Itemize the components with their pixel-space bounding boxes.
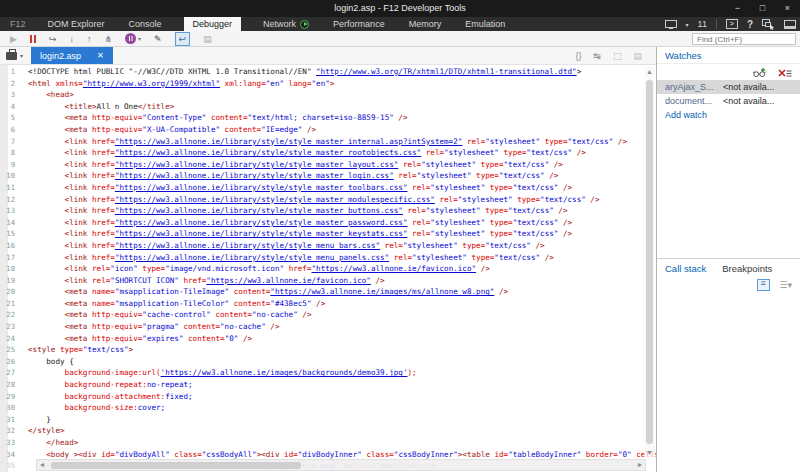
break-button[interactable]: [30, 35, 36, 43]
line-number[interactable]: 30: [0, 402, 28, 414]
tab-performance[interactable]: Performance: [331, 17, 387, 31]
window-minimize-button[interactable]: −: [725, 0, 750, 17]
debug-just-my-code-button[interactable]: ▤: [203, 32, 212, 46]
line-number[interactable]: 5: [0, 112, 28, 124]
add-watch-icon[interactable]: [753, 67, 768, 78]
line-number[interactable]: 35: [0, 460, 28, 472]
scroll-down-icon[interactable]: ▼: [644, 449, 655, 456]
line-number[interactable]: 15: [0, 228, 28, 240]
tab-emulation[interactable]: Emulation: [463, 17, 507, 31]
tab-label: DOM Explorer: [48, 17, 105, 31]
code-line: 20 <meta name="msapplication-TileImage" …: [0, 286, 656, 298]
line-number[interactable]: 7: [0, 136, 28, 148]
line-number[interactable]: 4: [0, 101, 28, 113]
close-file-icon[interactable]: ✕: [97, 47, 104, 65]
code-line: 28 background-repeat:no-repeat;: [0, 379, 656, 391]
source-options-icon[interactable]: ▤: [633, 51, 642, 61]
continue-button[interactable]: ▶: [10, 32, 17, 46]
line-number[interactable]: 25: [0, 344, 28, 356]
tab-dom-explorer[interactable]: DOM Explorer: [46, 17, 107, 31]
line-number[interactable]: 17: [0, 252, 28, 264]
find-input[interactable]: [692, 33, 796, 45]
line-number[interactable]: 9: [0, 159, 28, 171]
word-wrap-icon[interactable]: ↹: [593, 51, 601, 61]
code-line: 9 <link href="https://ww3.allnone.ie/lib…: [0, 159, 656, 171]
line-number[interactable]: 3: [0, 89, 28, 101]
code-editor[interactable]: 1<!DOCTYPE html PUBLIC "-//W3C//DTD XHTM…: [0, 65, 656, 472]
line-number[interactable]: 29: [0, 391, 28, 403]
break-on-new-worker-button[interactable]: ⋔: [104, 32, 112, 46]
code-line: 23 <meta http-equiv="pragma" content="no…: [0, 321, 656, 333]
line-number[interactable]: 16: [0, 240, 28, 252]
line-number[interactable]: 21: [0, 298, 28, 310]
scroll-up-icon[interactable]: ▲: [644, 68, 655, 75]
briefcase-icon: [6, 52, 17, 60]
code-line: 11 <link href="https://ww3.allnone.ie/li…: [0, 182, 656, 194]
debug-target-icon[interactable]: [665, 20, 677, 28]
line-number[interactable]: 19: [0, 275, 28, 287]
editor-option-icons: {}↹⬚▤: [575, 47, 642, 65]
line-number[interactable]: 33: [0, 437, 28, 449]
line-number[interactable]: 32: [0, 425, 28, 437]
line-number[interactable]: 24: [0, 333, 28, 345]
pretty-print-icon[interactable]: {}: [575, 51, 581, 61]
add-watch-link[interactable]: Add watch: [657, 108, 800, 122]
line-number[interactable]: 1: [0, 66, 28, 78]
step-out-button[interactable]: ↑: [87, 32, 92, 46]
line-number[interactable]: 23: [0, 321, 28, 333]
show-sources-icon[interactable]: ⬚: [613, 51, 622, 61]
source-code: 1<!DOCTYPE html PUBLIC "-//W3C//DTD XHTM…: [0, 66, 656, 472]
line-number[interactable]: 31: [0, 414, 28, 426]
line-number[interactable]: 14: [0, 217, 28, 229]
scroll-right-icon[interactable]: ▸: [638, 460, 642, 470]
code-line: 13 <link href="https://ww3.allnone.ie/li…: [0, 205, 656, 217]
help-button[interactable]: ?: [747, 19, 753, 30]
watch-row[interactable]: document...<not availa...: [657, 94, 800, 108]
f12-developer-tools-window: { "window": { "title": "login2.asp - F12…: [0, 0, 800, 472]
line-number[interactable]: 22: [0, 309, 28, 321]
step-over-button[interactable]: ↪: [49, 32, 57, 46]
clear-watches-icon[interactable]: [778, 67, 792, 78]
line-number[interactable]: 18: [0, 263, 28, 275]
line-number[interactable]: 11: [0, 182, 28, 194]
line-number[interactable]: 20: [0, 286, 28, 298]
code-line: 29 background-attachment:fixed;: [0, 391, 656, 403]
tab-network[interactable]: Network: [261, 17, 311, 31]
tab-memory[interactable]: Memory: [407, 17, 444, 31]
window-controls: −□×: [725, 0, 800, 17]
line-number[interactable]: 6: [0, 124, 28, 136]
open-console-icon[interactable]: >: [726, 19, 738, 29]
tab-call-stack[interactable]: Call stack: [665, 263, 706, 274]
f12-menu-button[interactable]: F12: [10, 17, 26, 31]
show-library-frames-icon[interactable]: [757, 279, 770, 291]
tab-breakpoints[interactable]: Breakpoints: [722, 263, 772, 274]
line-number[interactable]: 8: [0, 147, 28, 159]
line-number[interactable]: 2: [0, 78, 28, 90]
line-number[interactable]: 13: [0, 205, 28, 217]
line-number[interactable]: 26: [0, 356, 28, 368]
line-number[interactable]: 28: [0, 379, 28, 391]
tab-console[interactable]: Console: [127, 17, 164, 31]
line-number[interactable]: 34: [0, 449, 28, 461]
word-wrap-button[interactable]: ↩: [175, 32, 191, 46]
line-number[interactable]: 27: [0, 367, 28, 379]
scroll-left-icon[interactable]: ◂: [40, 460, 44, 470]
window-maximize-button[interactable]: □: [750, 0, 775, 17]
callstack-options-icon[interactable]: ☰▾: [779, 280, 792, 290]
unpin-window-icon[interactable]: [784, 20, 796, 29]
line-number[interactable]: 12: [0, 194, 28, 206]
step-into-button[interactable]: ↓: [69, 32, 74, 46]
watch-row[interactable]: aryAjax_S...<not availa...: [657, 80, 800, 94]
vertical-scroll-thumb[interactable]: [646, 80, 653, 444]
horizontal-scrollbar[interactable]: ◂ ▸: [36, 459, 646, 471]
pretty-print-button[interactable]: ✎: [154, 32, 162, 46]
window-close-button[interactable]: ×: [775, 0, 800, 17]
tab-debugger[interactable]: Debugger: [184, 17, 242, 31]
vertical-scrollbar[interactable]: ▲ ▼: [644, 67, 655, 457]
line-number[interactable]: 10: [0, 170, 28, 182]
exception-control-button[interactable]: ▾: [125, 32, 141, 46]
file-picker-button[interactable]: ▾: [0, 47, 31, 64]
horizontal-scroll-thumb[interactable]: [51, 462, 301, 469]
file-tab-login2asp[interactable]: login2.asp ✕: [31, 47, 113, 64]
select-element-icon[interactable]: [762, 19, 775, 30]
